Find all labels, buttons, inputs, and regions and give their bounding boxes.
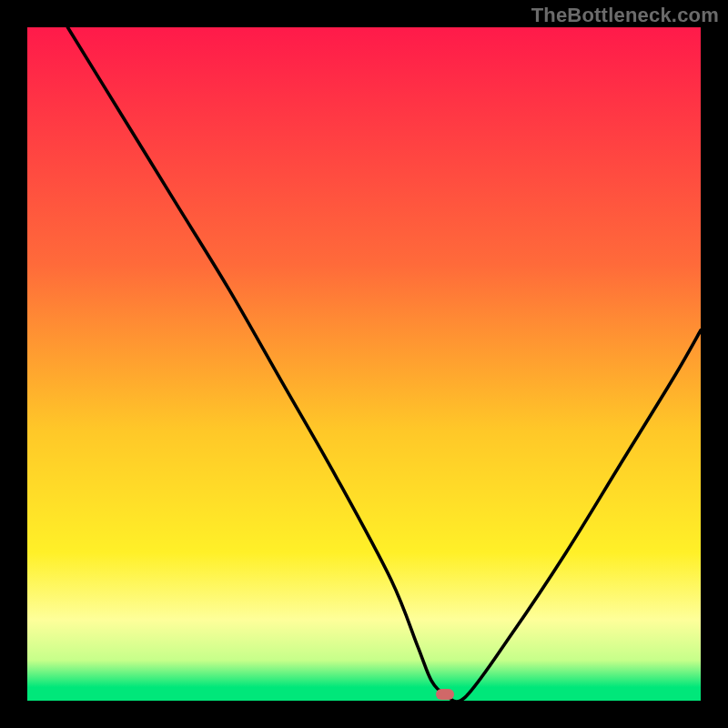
bottleneck-curve (27, 27, 701, 701)
plot-area (27, 27, 701, 701)
optimum-marker (436, 689, 454, 700)
watermark-text: TheBottleneck.com (531, 4, 719, 27)
chart-frame: TheBottleneck.com (0, 0, 728, 728)
